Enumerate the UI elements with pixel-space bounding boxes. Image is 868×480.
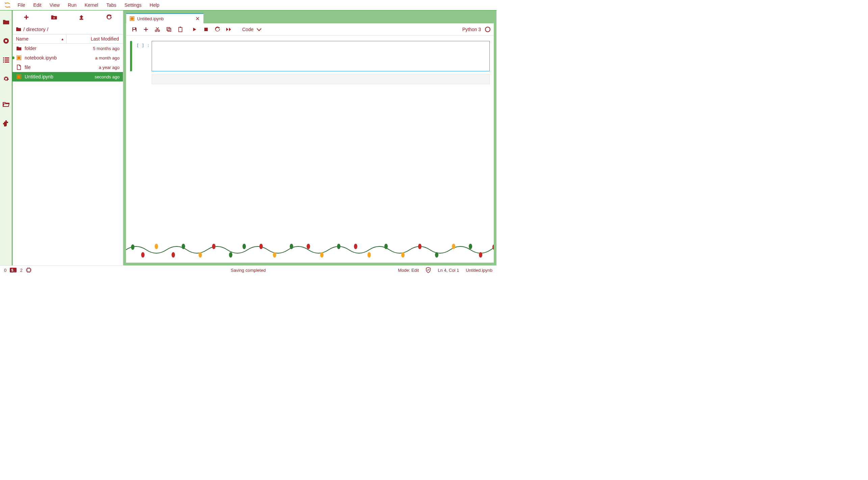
status-terminals-count[interactable]: 2 — [20, 268, 22, 273]
svg-point-42 — [367, 252, 371, 258]
svg-point-50 — [492, 244, 494, 250]
file-modified: 5 months ago — [93, 46, 120, 51]
code-cell-inactive[interactable]: . — [130, 74, 490, 84]
running-icon[interactable] — [3, 38, 9, 44]
file-row[interactable]: filea year ago — [12, 63, 123, 72]
cell-input-inactive[interactable] — [152, 74, 490, 84]
svg-point-34 — [242, 244, 246, 249]
svg-point-37 — [290, 244, 293, 249]
menu-edit[interactable]: Edit — [29, 0, 46, 10]
svg-rect-22 — [168, 28, 171, 31]
svg-point-29 — [172, 252, 175, 258]
notebook-tab[interactable]: Untitled.ipynb — [126, 13, 204, 23]
file-browser: / directory / Name ▲ Last Modified folde… — [12, 10, 123, 265]
cell-input[interactable] — [152, 41, 490, 71]
tab-title: Untitled.ipynb — [137, 16, 164, 21]
refresh-button[interactable] — [105, 13, 113, 21]
menu-tabs[interactable]: Tabs — [102, 0, 121, 10]
svg-rect-21 — [167, 27, 170, 30]
cell-prompt-empty: . — [135, 74, 152, 84]
menu-run[interactable]: Run — [64, 0, 81, 10]
svg-rect-24 — [180, 27, 181, 28]
insert-cell-button[interactable] — [141, 24, 151, 34]
status-filename[interactable]: Untitled.ipynb — [466, 268, 492, 273]
notebook-icon — [16, 74, 22, 79]
extension-icon[interactable] — [3, 120, 9, 127]
menu-help[interactable]: Help — [146, 0, 163, 10]
filebrowser-icon[interactable] — [3, 19, 9, 25]
interrupt-button[interactable] — [201, 24, 211, 34]
file-modified: a year ago — [99, 65, 120, 70]
svg-rect-16 — [131, 17, 133, 20]
cell-prompt: [ ] : — [135, 41, 152, 71]
menu-bar: File Edit View Run Kernel Tabs Settings … — [0, 0, 496, 10]
svg-point-38 — [307, 244, 310, 249]
folder-icon — [16, 46, 22, 51]
column-name[interactable]: Name ▲ — [12, 34, 67, 43]
file-name: notebook.ipynb — [25, 55, 95, 61]
svg-point-44 — [401, 252, 405, 258]
svg-rect-7 — [5, 59, 9, 61]
restart-button[interactable] — [212, 24, 223, 34]
svg-rect-12 — [18, 56, 20, 59]
menu-settings[interactable]: Settings — [121, 0, 146, 10]
menu-view[interactable]: View — [46, 0, 64, 10]
kernel-name[interactable]: Python 3 — [462, 27, 481, 32]
cell-bar — [130, 74, 132, 84]
svg-point-45 — [418, 244, 422, 249]
cell-active-bar — [130, 41, 132, 71]
upload-button[interactable] — [77, 13, 85, 21]
notebook-body[interactable]: [ ] : . — [126, 35, 494, 263]
trusted-icon[interactable] — [426, 267, 431, 273]
close-tab-button[interactable] — [195, 16, 200, 21]
file-name: folder — [25, 46, 93, 51]
svg-point-49 — [479, 252, 482, 258]
toc-icon[interactable] — [3, 56, 9, 63]
svg-point-41 — [354, 244, 357, 249]
status-tabs-count[interactable]: 0 — [4, 268, 6, 273]
code-cell-active[interactable]: [ ] : — [130, 41, 490, 71]
breadcrumb[interactable]: / directory / — [12, 24, 123, 34]
paste-button[interactable] — [175, 24, 185, 34]
terminal-badge-icon[interactable]: $_ — [10, 268, 17, 272]
new-folder-button[interactable] — [50, 13, 58, 21]
kernel-status-icon[interactable] — [485, 27, 490, 32]
restart-run-all-button[interactable] — [224, 24, 234, 34]
copy-button[interactable] — [164, 24, 174, 34]
svg-point-39 — [320, 252, 324, 258]
menu-kernel[interactable]: Kernel — [80, 0, 102, 10]
cell-type-dropdown[interactable]: Code — [238, 27, 263, 32]
kernel-chip-icon[interactable] — [26, 267, 31, 273]
notebook-toolbar: Code Python 3 — [126, 23, 494, 35]
folder-open-icon[interactable] — [3, 101, 9, 108]
file-list: folder5 months agonotebook.ipynba month … — [12, 44, 123, 265]
svg-point-40 — [337, 244, 340, 249]
svg-point-30 — [182, 244, 185, 249]
status-lncol[interactable]: Ln 4, Col 1 — [438, 268, 459, 273]
svg-rect-10 — [80, 19, 83, 20]
save-button[interactable] — [129, 24, 139, 34]
svg-point-27 — [141, 252, 145, 258]
running-indicator-icon — [12, 75, 15, 78]
file-row[interactable]: folder5 months ago — [12, 44, 123, 53]
column-modified[interactable]: Last Modified — [67, 34, 123, 43]
cut-button[interactable] — [152, 24, 162, 34]
file-row[interactable]: notebook.ipynba month ago — [12, 53, 123, 63]
svg-rect-51 — [27, 268, 30, 272]
file-row[interactable]: Untitled.ipynbseconds ago — [12, 72, 123, 81]
status-mode[interactable]: Mode: Edit — [398, 268, 419, 273]
new-launcher-button[interactable] — [22, 13, 30, 21]
main-area: Untitled.ipynb Code Python 3 [ ] : . — [123, 10, 496, 265]
running-indicator-icon — [12, 56, 15, 59]
svg-rect-14 — [18, 75, 20, 78]
run-button[interactable] — [189, 24, 200, 34]
menu-file[interactable]: File — [14, 0, 29, 10]
status-bar: 0 $_ 2 Saving completed Mode: Edit Ln 4,… — [0, 265, 496, 274]
filebrowser-toolbar — [12, 10, 123, 24]
jupyter-logo — [3, 1, 11, 9]
svg-rect-5 — [5, 57, 9, 58]
file-list-headers: Name ▲ Last Modified — [12, 34, 123, 44]
settings-gear-icon[interactable] — [3, 75, 9, 82]
svg-rect-17 — [133, 28, 135, 29]
svg-point-36 — [273, 252, 276, 258]
